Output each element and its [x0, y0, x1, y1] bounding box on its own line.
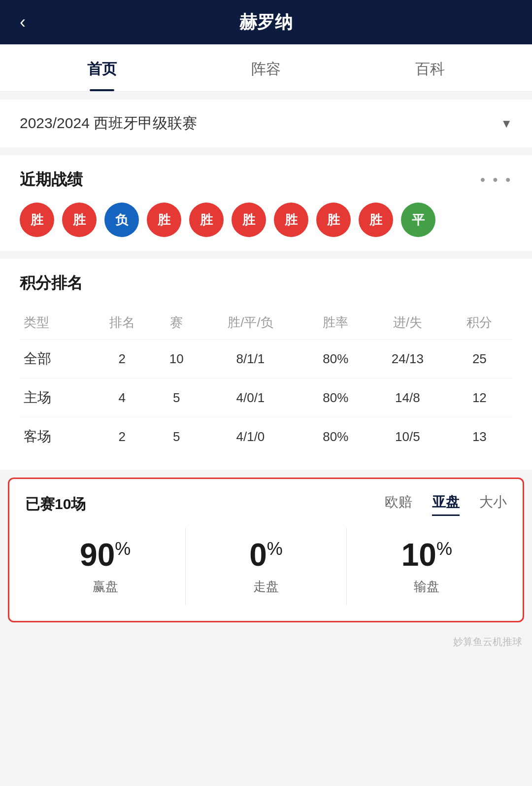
table-cell: 主场 — [20, 378, 89, 417]
tab-home[interactable]: 首页 — [20, 44, 184, 91]
result-badge-win[interactable]: 胜 — [147, 203, 181, 237]
table-cell: 80% — [303, 378, 368, 417]
table-cell: 10/5 — [368, 417, 447, 456]
standings-title: 积分排名 — [20, 273, 512, 294]
odds-percent: 10% — [355, 538, 499, 572]
col-header: 胜/平/负 — [198, 306, 302, 340]
watermark: 妙算鱼云机推球 — [0, 630, 532, 658]
table-row: 全部2108/1/180%24/1325 — [20, 340, 512, 378]
table-cell: 80% — [303, 417, 368, 456]
table-cell: 4 — [89, 378, 155, 417]
odds-card: 0% 走盘 — [186, 528, 346, 605]
table-row: 主场454/0/180%14/812 — [20, 378, 512, 417]
odds-section: 已赛10场 欧赔亚盘大小 90% 赢盘 0% 走盘 10% 输盘 — [8, 478, 524, 622]
odds-cards: 90% 赢盘 0% 走盘 10% 输盘 — [25, 528, 507, 605]
result-badge-loss[interactable]: 负 — [104, 203, 139, 237]
odds-tabs: 欧赔亚盘大小 — [385, 493, 507, 516]
odds-percent: 0% — [194, 538, 338, 572]
odds-title: 已赛10场 — [25, 494, 86, 514]
odds-percent: 90% — [33, 538, 177, 572]
result-badge-win[interactable]: 胜 — [189, 203, 224, 237]
standings-table-container: 类型排名赛胜/平/负胜率进/失积分 全部2108/1/180%24/1325主场… — [20, 306, 512, 456]
odds-tab[interactable]: 大小 — [479, 493, 507, 516]
table-cell: 14/8 — [368, 378, 447, 417]
page-title: 赫罗纳 — [239, 10, 293, 34]
table-cell: 全部 — [20, 340, 89, 378]
table-cell: 13 — [447, 417, 512, 456]
table-cell: 4/1/0 — [198, 417, 302, 456]
season-section: 2023/2024 西班牙甲级联赛 ▼ — [0, 100, 532, 147]
table-cell: 客场 — [20, 417, 89, 456]
result-badge-draw[interactable]: 平 — [401, 203, 435, 237]
table-cell: 2 — [89, 417, 155, 456]
table-cell: 5 — [155, 417, 198, 456]
odds-header: 已赛10场 欧赔亚盘大小 — [25, 493, 507, 516]
season-selector[interactable]: 2023/2024 西班牙甲级联赛 ▼ — [20, 113, 512, 134]
table-cell: 24/13 — [368, 340, 447, 378]
watermark-text: 妙算鱼云机推球 — [453, 636, 522, 647]
table-cell: 12 — [447, 378, 512, 417]
col-header: 进/失 — [368, 306, 447, 340]
recent-results-section: 近期战绩 • • • 胜胜负胜胜胜胜胜胜平 — [0, 155, 532, 251]
season-label: 2023/2024 西班牙甲级联赛 — [20, 113, 197, 134]
table-cell: 25 — [447, 340, 512, 378]
col-header: 积分 — [447, 306, 512, 340]
standings-table: 类型排名赛胜/平/负胜率进/失积分 全部2108/1/180%24/1325主场… — [20, 306, 512, 456]
result-badge-win[interactable]: 胜 — [274, 203, 308, 237]
percent-symbol: % — [267, 539, 283, 559]
result-badge-win[interactable]: 胜 — [316, 203, 351, 237]
odds-label: 走盘 — [194, 578, 338, 595]
table-cell: 2 — [89, 340, 155, 378]
tab-bar: 首页 阵容 百科 — [0, 44, 532, 92]
col-header: 赛 — [155, 306, 198, 340]
standings-section: 积分排名 类型排名赛胜/平/负胜率进/失积分 全部2108/1/180%24/1… — [0, 259, 532, 470]
odds-tab[interactable]: 亚盘 — [432, 493, 460, 516]
result-badge-win[interactable]: 胜 — [62, 203, 97, 237]
tab-lineup[interactable]: 阵容 — [184, 44, 348, 91]
recent-results-title: 近期战绩 • • • — [20, 169, 512, 191]
results-row: 胜胜负胜胜胜胜胜胜平 — [20, 203, 512, 237]
tab-wiki[interactable]: 百科 — [348, 44, 512, 91]
col-header: 排名 — [89, 306, 155, 340]
odds-card: 90% 赢盘 — [25, 528, 186, 605]
result-badge-win[interactable]: 胜 — [359, 203, 393, 237]
table-cell: 10 — [155, 340, 198, 378]
odds-tab[interactable]: 欧赔 — [385, 493, 412, 516]
table-cell: 80% — [303, 340, 368, 378]
table-row: 客场254/1/080%10/513 — [20, 417, 512, 456]
table-cell: 4/0/1 — [198, 378, 302, 417]
chevron-down-icon: ▼ — [500, 117, 512, 131]
table-cell: 5 — [155, 378, 198, 417]
odds-label: 输盘 — [355, 578, 499, 595]
col-header: 胜率 — [303, 306, 368, 340]
odds-label: 赢盘 — [33, 578, 177, 595]
back-button[interactable]: ‹ — [20, 12, 26, 33]
odds-card: 10% 输盘 — [347, 528, 507, 605]
table-cell: 8/1/1 — [198, 340, 302, 378]
app-header: ‹ 赫罗纳 — [0, 0, 532, 44]
percent-symbol: % — [436, 539, 452, 559]
more-options-icon[interactable]: • • • — [480, 172, 512, 188]
result-badge-win[interactable]: 胜 — [20, 203, 54, 237]
percent-symbol: % — [115, 539, 131, 559]
result-badge-win[interactable]: 胜 — [232, 203, 266, 237]
col-header: 类型 — [20, 306, 89, 340]
